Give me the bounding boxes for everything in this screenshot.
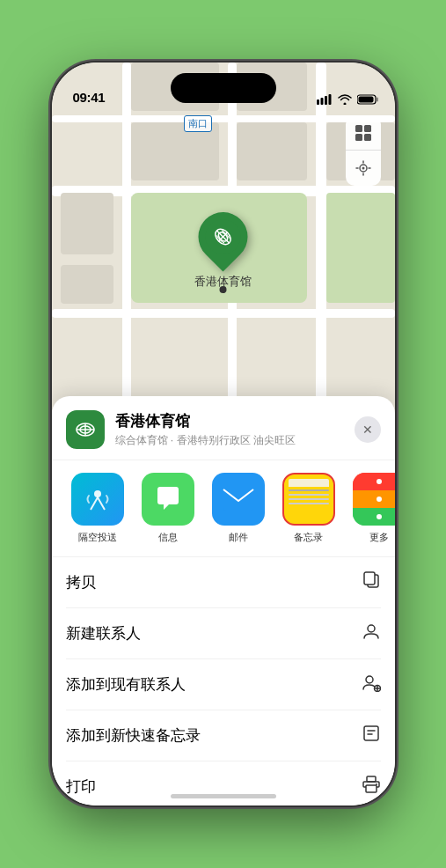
quick-note-icon xyxy=(362,724,381,747)
action-copy-label: 拷贝 xyxy=(66,572,96,592)
add-contact-icon xyxy=(362,673,381,696)
svg-rect-6 xyxy=(358,97,373,103)
location-button[interactable] xyxy=(346,151,381,186)
messages-label: 信息 xyxy=(158,531,178,544)
app-item-more[interactable]: 更多 xyxy=(347,473,395,544)
airdrop-label: 隔空投送 xyxy=(78,531,117,544)
battery-icon xyxy=(357,94,379,105)
pin-dot xyxy=(220,286,227,293)
action-new-contact-label: 新建联系人 xyxy=(66,623,141,644)
action-print-label: 打印 xyxy=(66,776,96,797)
new-contact-icon xyxy=(362,622,381,645)
pin-shape xyxy=(188,202,258,271)
signal-icon xyxy=(317,94,333,105)
venue-info: 香港体育馆 综合体育馆 · 香港特别行政区 油尖旺区 xyxy=(115,411,355,448)
status-icons xyxy=(317,94,379,105)
svg-point-12 xyxy=(362,167,364,170)
notes-icon xyxy=(282,473,335,526)
action-add-contact[interactable]: 添加到现有联系人 xyxy=(66,659,381,710)
app-item-notes[interactable]: 备忘录 xyxy=(277,473,340,544)
more-icon xyxy=(353,473,395,526)
svg-point-35 xyxy=(376,783,377,785)
wifi-icon xyxy=(338,94,352,105)
phone-screen: 09:41 xyxy=(52,63,395,805)
action-print[interactable]: 打印 xyxy=(66,761,381,805)
messages-icon xyxy=(142,473,194,526)
app-item-messages[interactable]: 信息 xyxy=(136,473,200,544)
notes-label: 备忘录 xyxy=(294,531,323,544)
mail-label: 邮件 xyxy=(229,531,248,544)
svg-rect-3 xyxy=(328,94,331,105)
action-quick-note-label: 添加到新快速备忘录 xyxy=(66,725,201,746)
close-button[interactable]: ✕ xyxy=(355,416,381,443)
svg-rect-22 xyxy=(223,488,253,511)
more-label: 更多 xyxy=(369,531,389,544)
bottom-sheet: 香港体育馆 综合体育馆 · 香港特别行政区 油尖旺区 ✕ xyxy=(52,396,395,805)
svg-rect-33 xyxy=(366,785,377,792)
sheet-header: 香港体育馆 综合体育馆 · 香港特别行政区 油尖旺区 ✕ xyxy=(52,410,395,460)
svg-rect-30 xyxy=(364,726,378,740)
pin-icon-inner xyxy=(206,219,241,254)
action-list: 拷贝 新建联系人 xyxy=(52,557,395,805)
print-icon xyxy=(362,775,381,798)
action-new-contact[interactable]: 新建联系人 xyxy=(66,608,381,659)
venue-name: 香港体育馆 xyxy=(115,411,355,431)
svg-rect-24 xyxy=(364,572,375,585)
location-pin: 香港体育馆 xyxy=(194,212,252,290)
phone-frame: 09:41 xyxy=(52,63,395,805)
home-indicator xyxy=(171,794,276,798)
svg-rect-1 xyxy=(320,98,323,105)
svg-rect-8 xyxy=(364,125,371,132)
svg-rect-0 xyxy=(317,99,319,105)
venue-icon xyxy=(66,410,105,449)
dynamic-island xyxy=(171,73,276,103)
action-add-contact-label: 添加到现有联系人 xyxy=(66,674,186,695)
mail-icon xyxy=(212,473,265,526)
venue-subtitle: 综合体育馆 · 香港特别行政区 油尖旺区 xyxy=(115,433,355,448)
svg-point-26 xyxy=(366,676,373,683)
action-quick-note[interactable]: 添加到新快速备忘录 xyxy=(66,710,381,761)
svg-rect-10 xyxy=(364,134,371,141)
map-view-button[interactable] xyxy=(346,115,381,151)
app-item-airdrop[interactable]: 隔空投送 xyxy=(66,473,129,544)
svg-rect-2 xyxy=(325,96,327,105)
copy-icon xyxy=(362,570,381,594)
airdrop-icon xyxy=(71,473,124,526)
map-label: 南口 xyxy=(184,115,212,132)
svg-rect-34 xyxy=(367,776,376,782)
map-area: 南口 xyxy=(52,63,395,441)
svg-rect-7 xyxy=(355,125,362,132)
svg-rect-5 xyxy=(377,98,378,102)
svg-point-25 xyxy=(368,625,375,632)
svg-rect-9 xyxy=(355,134,362,141)
map-controls xyxy=(346,115,381,186)
app-item-mail[interactable]: 邮件 xyxy=(207,473,270,544)
action-copy[interactable]: 拷贝 xyxy=(66,557,381,608)
apps-row: 隔空投送 信息 xyxy=(52,460,395,557)
